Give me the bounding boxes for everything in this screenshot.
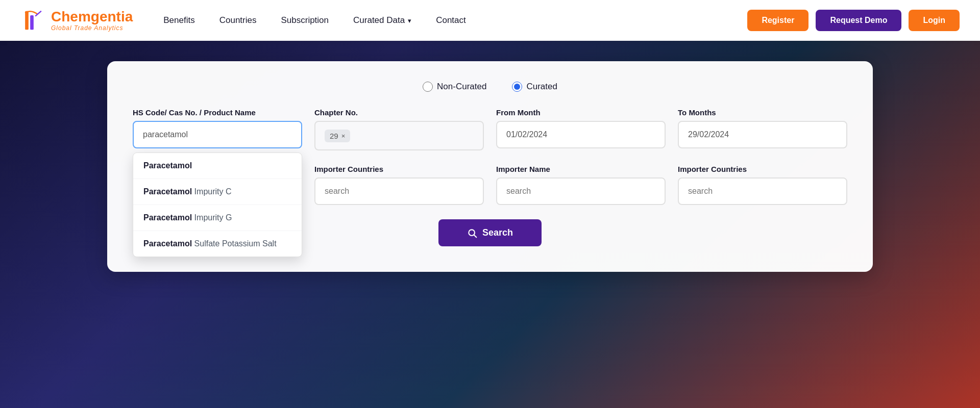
chapter-tag-remove[interactable]: × bbox=[341, 132, 346, 140]
chapter-input-wrap[interactable]: 29 × bbox=[314, 121, 484, 150]
logo-icon bbox=[20, 8, 46, 33]
form-row-1: HS Code/ Cas No. / Product Name Paraceta… bbox=[133, 108, 847, 150]
nav-curated-data[interactable]: Curated Data bbox=[353, 15, 411, 26]
svg-rect-0 bbox=[25, 11, 29, 30]
to-month-input[interactable] bbox=[678, 121, 847, 148]
autocomplete-item-2[interactable]: Paracetamol Impurity G bbox=[133, 205, 302, 231]
autocomplete-item-1[interactable]: Paracetamol Impurity C bbox=[133, 179, 302, 205]
autocomplete-item-3[interactable]: Paracetamol Sulfate Potassium Salt bbox=[133, 231, 302, 257]
nav-contact[interactable]: Contact bbox=[436, 15, 466, 26]
hs-code-label: HS Code/ Cas No. / Product Name bbox=[133, 108, 302, 117]
from-month-group: From Month bbox=[496, 108, 666, 150]
from-month-label: From Month bbox=[496, 108, 666, 117]
importer-countries-left-group: Importer Countries bbox=[314, 165, 484, 205]
nav-buttons: Register Request Demo Login bbox=[747, 10, 960, 31]
logo-title-part1: Chem bbox=[51, 9, 91, 24]
importer-countries-right-input[interactable] bbox=[678, 177, 847, 205]
data-type-radio-group: Non-Curated Curated bbox=[133, 82, 847, 92]
chapter-tag-value: 29 bbox=[330, 132, 338, 140]
request-demo-button[interactable]: Request Demo bbox=[816, 10, 901, 31]
hs-code-input[interactable] bbox=[133, 121, 302, 148]
to-month-group: To Months bbox=[678, 108, 847, 150]
importer-countries-left-input[interactable] bbox=[314, 177, 484, 205]
search-button-label: Search bbox=[482, 227, 513, 238]
navbar: Chemgentia Global Trade Analytics Benefi… bbox=[0, 0, 980, 41]
chapter-no-group: Chapter No. 29 × bbox=[314, 108, 484, 150]
hs-code-group: HS Code/ Cas No. / Product Name Paraceta… bbox=[133, 108, 302, 150]
logo-title: Chemgentia bbox=[51, 9, 133, 25]
svg-rect-1 bbox=[30, 15, 34, 30]
from-month-input[interactable] bbox=[496, 121, 666, 148]
chapter-no-label: Chapter No. bbox=[314, 108, 484, 117]
login-button[interactable]: Login bbox=[909, 10, 960, 31]
importer-countries-right-label: Importer Countries bbox=[678, 165, 847, 173]
to-month-label: To Months bbox=[678, 108, 847, 117]
logo-text: Chemgentia Global Trade Analytics bbox=[51, 9, 133, 32]
importer-name-group: Importer Name bbox=[496, 165, 666, 205]
nav-links: Benefits Countries Subscription Curated … bbox=[163, 15, 747, 26]
importer-countries-right-group: Importer Countries bbox=[678, 165, 847, 205]
nav-benefits[interactable]: Benefits bbox=[163, 15, 194, 26]
nav-countries[interactable]: Countries bbox=[219, 15, 257, 26]
importer-name-input[interactable] bbox=[496, 177, 666, 205]
register-button[interactable]: Register bbox=[747, 10, 808, 31]
search-card: Non-Curated Curated HS Code/ Cas No. / P… bbox=[107, 61, 873, 272]
importer-name-label: Importer Name bbox=[496, 165, 666, 173]
curated-radio[interactable] bbox=[512, 82, 522, 92]
autocomplete-dropdown: Paracetamol Paracetamol Impurity C Parac… bbox=[133, 152, 302, 257]
importer-countries-left-label: Importer Countries bbox=[314, 165, 484, 173]
logo-subtitle: Global Trade Analytics bbox=[51, 24, 133, 32]
chapter-tag: 29 × bbox=[325, 130, 350, 142]
nav-subscription[interactable]: Subscription bbox=[281, 15, 329, 26]
search-icon bbox=[467, 228, 477, 238]
non-curated-radio[interactable] bbox=[423, 82, 433, 92]
curated-option[interactable]: Curated bbox=[512, 82, 557, 92]
autocomplete-item-0[interactable]: Paracetamol bbox=[133, 153, 302, 179]
hero-section: Non-Curated Curated HS Code/ Cas No. / P… bbox=[0, 41, 980, 408]
search-button[interactable]: Search bbox=[438, 219, 542, 246]
logo-title-part2: gentia bbox=[91, 9, 133, 24]
svg-line-3 bbox=[474, 235, 477, 237]
non-curated-option[interactable]: Non-Curated bbox=[423, 82, 486, 92]
chevron-down-icon bbox=[407, 15, 411, 26]
logo: Chemgentia Global Trade Analytics bbox=[20, 8, 133, 33]
